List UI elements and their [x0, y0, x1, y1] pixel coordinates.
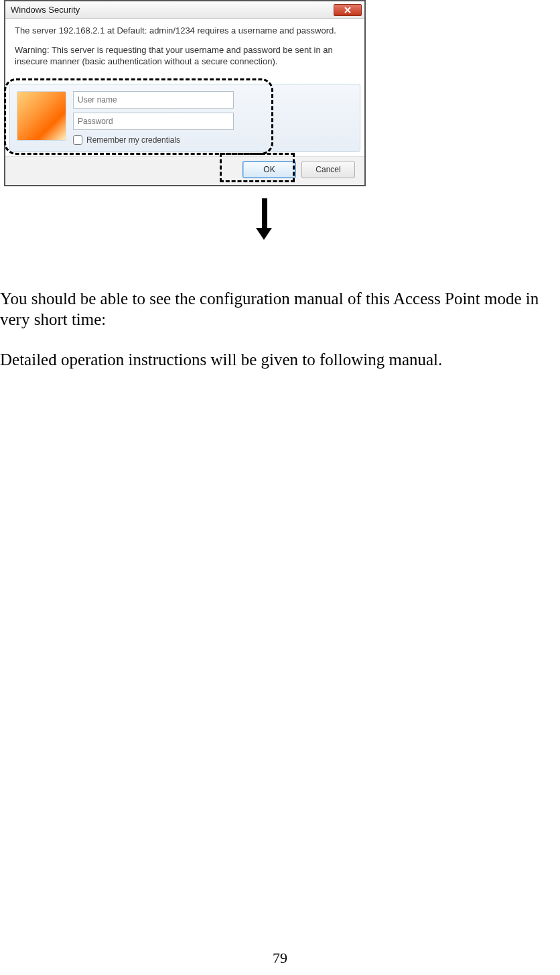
dialog-warning: Warning: This server is requesting that …: [15, 45, 355, 68]
credentials-panel: Remember my credentials: [9, 84, 360, 152]
dialog-body: The server 192.168.2.1 at Default: admin…: [5, 19, 364, 81]
close-button[interactable]: [334, 4, 362, 16]
remember-credentials-row[interactable]: Remember my credentials: [73, 135, 353, 145]
user-avatar-icon: [17, 91, 66, 141]
windows-security-dialog: Windows Security The server 192.168.2.1 …: [4, 0, 366, 186]
password-input[interactable]: [73, 113, 234, 130]
username-input[interactable]: [73, 91, 234, 109]
remember-credentials-label: Remember my credentials: [86, 135, 180, 145]
cancel-button[interactable]: Cancel: [301, 161, 355, 178]
annotation-arrow-icon: [261, 198, 268, 239]
cancel-button-label: Cancel: [316, 165, 340, 174]
page-number: 79: [0, 950, 560, 967]
remember-credentials-checkbox[interactable]: [73, 135, 82, 145]
doc-paragraph-1: You should be able to see the configurat…: [0, 288, 560, 330]
ok-button[interactable]: OK: [242, 161, 296, 178]
ok-button-label: OK: [263, 165, 275, 174]
doc-paragraph-2: Detailed operation instructions will be …: [0, 349, 560, 370]
dialog-footer: OK Cancel: [5, 156, 364, 185]
dialog-title: Windows Security: [11, 5, 80, 15]
dialog-titlebar: Windows Security: [5, 1, 364, 19]
document-body: You should be able to see the configurat…: [0, 288, 560, 389]
close-icon: [344, 7, 351, 13]
credentials-fields: Remember my credentials: [73, 91, 353, 145]
dialog-message: The server 192.168.2.1 at Default: admin…: [15, 25, 355, 37]
